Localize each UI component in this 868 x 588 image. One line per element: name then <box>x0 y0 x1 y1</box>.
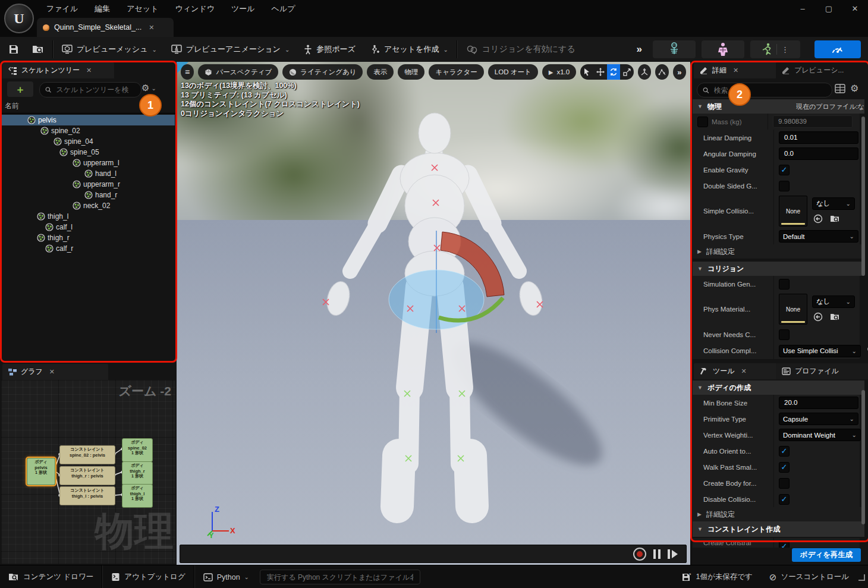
use-selected-asset-button[interactable] <box>812 311 824 323</box>
toolbar-overflow-chevron-icon[interactable]: » <box>632 43 647 55</box>
browse-to-asset-button[interactable] <box>829 213 841 225</box>
min-bone-size-input[interactable]: 20.0 <box>779 397 858 409</box>
python-command-input[interactable] <box>266 573 414 582</box>
create-asset-button[interactable]: アセットを作成 ⌄ <box>363 37 455 62</box>
reference-pose-button[interactable]: 参照ポーズ <box>297 37 363 62</box>
physics-menu-button[interactable]: 物理 <box>398 64 424 80</box>
record-button[interactable] <box>633 548 646 561</box>
menu-help[interactable]: ヘルプ <box>263 0 304 18</box>
menu-file[interactable]: ファイル <box>38 0 86 18</box>
simulation-generates-checkbox[interactable] <box>779 279 790 290</box>
character-menu-button[interactable]: キャラクター <box>429 64 483 80</box>
primitive-type-dropdown[interactable]: Capsule⌄ <box>779 413 858 425</box>
graph-node-body-thigh-l[interactable]: ボディthigh_l1 形状 <box>122 484 153 508</box>
tree-item-neck-02[interactable]: neck_02 <box>1 200 175 211</box>
angular-damping-input[interactable]: 0.0 <box>779 147 858 160</box>
graph-node-constraint-spine02[interactable]: コンストレイントspine_02 : pelvis <box>59 445 115 464</box>
regenerate-bodies-button[interactable]: ボディを再生成 <box>792 548 861 562</box>
disable-collision-checkbox[interactable]: ✓ <box>779 494 790 505</box>
save-button[interactable] <box>0 37 25 62</box>
add-body-button[interactable]: ＋ <box>7 81 33 97</box>
skeleton-tree-search-input[interactable] <box>55 85 136 95</box>
mass-input[interactable]: 9.980839 <box>773 115 853 128</box>
double-sided-checkbox[interactable] <box>779 181 790 191</box>
use-selected-asset-button[interactable] <box>812 213 824 225</box>
tools-tab[interactable]: ツール ✕ <box>694 363 784 379</box>
linear-damping-input[interactable]: 0.01 <box>779 131 858 144</box>
playback-speed-button[interactable]: ▶ x1.0 <box>542 64 576 80</box>
tree-item-upperarm-r[interactable]: upperarm_r <box>1 179 175 190</box>
tools-scrollbar[interactable] <box>861 390 865 524</box>
details-search[interactable] <box>697 83 832 98</box>
tools-advanced-row[interactable]: ▶詳細設定 <box>693 507 864 522</box>
auto-orient-checkbox[interactable]: ✓ <box>779 446 790 457</box>
source-control-button[interactable]: ⊘ ソースコントロール <box>761 565 857 588</box>
close-tab-icon[interactable]: ✕ <box>149 24 154 32</box>
show-menu-button[interactable]: 表示 <box>367 64 394 80</box>
tree-item-thigh-r[interactable]: thigh_r <box>1 232 175 243</box>
section-collision[interactable]: ▼コリジョン <box>693 262 864 276</box>
python-command-field[interactable] <box>260 570 420 584</box>
details-tab[interactable]: 詳細 ✕ <box>694 62 784 78</box>
tree-item-upperarm-l[interactable]: upperarm_l <box>1 158 175 168</box>
menu-asset[interactable]: アセット <box>118 0 166 18</box>
viewport[interactable]: ≡ パースペクティブ ライティングあり 表示 物理 キャラクター LOD オート… <box>177 62 690 565</box>
phys-material-dropdown[interactable]: なし⌄ <box>812 295 855 308</box>
minimize-button[interactable]: – <box>790 0 816 18</box>
tree-item-spine-05[interactable]: spine_05 <box>1 147 175 158</box>
phys-material-thumbnail[interactable]: None <box>779 294 807 325</box>
skeleton-tree-tab[interactable]: スケルトンツリー ✕ <box>2 62 114 78</box>
tree-item-spine-02[interactable]: spine_02 <box>1 125 175 136</box>
python-console-button[interactable]: Python ⌄ <box>195 565 257 588</box>
close-window-button[interactable]: ✕ <box>842 0 868 18</box>
section-constraint-creation[interactable]: ▼コンストレイント作成 <box>693 521 864 537</box>
simple-collision-thumbnail[interactable]: None <box>779 196 807 227</box>
details-scrollbar[interactable] <box>861 117 865 276</box>
reset-to-default-button[interactable] <box>864 345 868 357</box>
create-body-checkbox[interactable] <box>779 478 790 489</box>
menu-window[interactable]: ウィンドウ <box>166 0 223 18</box>
graph-node-constraint-thigh-r[interactable]: コンストレイントthigh_r : pelvis <box>59 466 115 485</box>
viewport-menu-button[interactable]: ≡ <box>181 64 194 80</box>
output-log-button[interactable]: アウトプットログ <box>103 565 193 588</box>
section-physics[interactable]: ▼物理 現在のプロファイル:な <box>693 99 864 114</box>
tree-item-calf-l[interactable]: calf_l <box>1 222 175 232</box>
menu-edit[interactable]: 編集 <box>86 0 118 18</box>
graph-node-body-pelvis[interactable]: ボディpelvis1 形状 <box>27 458 55 485</box>
asset-tab[interactable]: Quinn_Simple_Skeletal_... ✕ <box>37 18 174 37</box>
graph-node-body-spine02[interactable]: ボディspine_021 形状 <box>122 438 153 462</box>
close-panel-icon[interactable]: ✕ <box>733 67 738 74</box>
profiles-tab[interactable]: プロファイル <box>776 363 868 379</box>
timeline-bar[interactable] <box>180 545 687 563</box>
physics-advanced-row[interactable]: ▶詳細設定 <box>693 244 864 259</box>
browse-asset-button[interactable] <box>25 37 51 62</box>
preview-animation-button[interactable]: プレビューアニメーション ⌄ <box>164 37 297 62</box>
select-tool-button[interactable] <box>580 64 593 80</box>
tree-item-spine-04[interactable]: spine_04 <box>1 136 175 147</box>
preview-scene-tab[interactable]: プレビューシ... <box>776 62 868 78</box>
physics-type-dropdown[interactable]: Default⌄ <box>779 230 858 243</box>
skeleton-tree-search[interactable] <box>39 82 141 98</box>
content-drawer-button[interactable]: コンテンツ ドロワー <box>0 565 102 588</box>
mass-override-checkbox[interactable] <box>697 117 708 127</box>
maximize-button[interactable]: ▢ <box>816 0 842 18</box>
lod-menu-button[interactable]: LOD オート <box>488 64 538 80</box>
snap-settings-button[interactable] <box>655 64 668 80</box>
step-forward-button[interactable] <box>668 549 678 559</box>
details-settings-button[interactable]: ⚙ <box>850 83 858 94</box>
collision-complexity-dropdown[interactable]: Use Simple Collisi⌄ <box>779 345 861 357</box>
graph-node-constraint-thigh-l[interactable]: コンストレイントthigh_l : pelvis <box>59 486 115 505</box>
tree-item-calf-r[interactable]: calf_r <box>1 243 175 254</box>
unsaved-assets-button[interactable]: * 1個が未保存です <box>674 565 761 588</box>
create-constraints-checkbox[interactable]: ✓ <box>779 540 790 548</box>
graph-node-body-thigh-r[interactable]: ボディthigh_r1 形状 <box>122 461 153 485</box>
section-body-creation[interactable]: ▼ボディの作成 <box>693 381 864 395</box>
physics-mode-button[interactable] <box>702 40 744 58</box>
perspective-button[interactable]: パースペクティブ <box>198 64 278 80</box>
tree-item-hand-l[interactable]: hand_l <box>1 168 175 179</box>
walk-past-checkbox[interactable]: ✓ <box>779 462 790 473</box>
simulate-button[interactable] <box>814 40 861 58</box>
viewport-overflow-button[interactable]: » <box>673 64 686 80</box>
preview-mesh-button[interactable]: プレビューメッシュ ⌄ <box>55 37 164 62</box>
tree-item-hand-r[interactable]: hand_r <box>1 190 175 200</box>
